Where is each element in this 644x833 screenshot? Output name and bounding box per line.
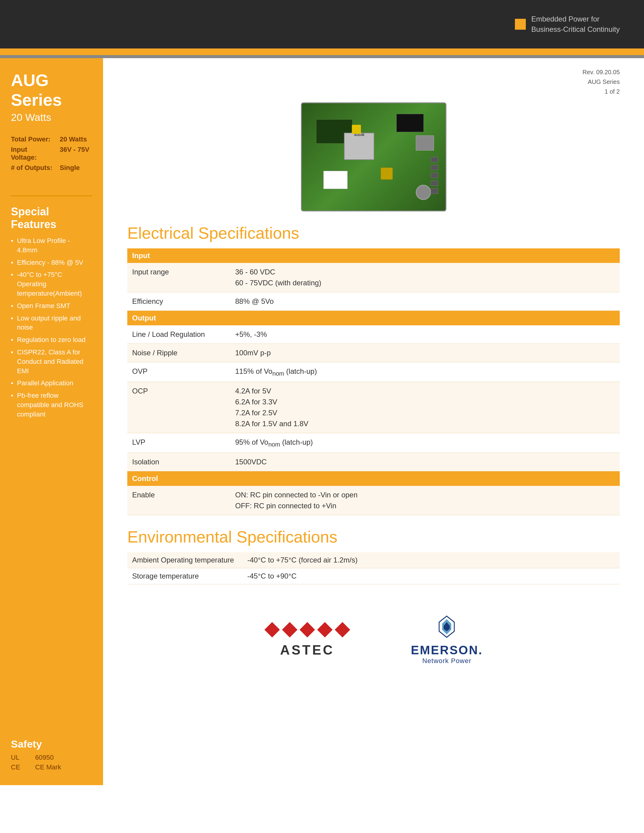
storage-temp-value: -45°C to +90°C: [242, 568, 620, 584]
astec-logo: ASTEC: [264, 622, 350, 658]
environmental-specs-table: Ambient Operating temperature -40°C to +…: [127, 552, 620, 584]
product-image-area: AUG48: [127, 102, 620, 211]
feature-2: -40°C to +75°C Operating temperature(Amb…: [11, 270, 92, 298]
ovp-row: OVP 115% of Vonom (latch-up): [127, 362, 620, 382]
efficiency-row: Efficiency 88% @ 5Vo: [127, 292, 620, 311]
control-header-row: Control: [127, 471, 620, 486]
ambient-temp-row: Ambient Operating temperature -40°C to +…: [127, 552, 620, 568]
safety-value-ul: 60950: [35, 754, 54, 762]
safety-label-ul: UL: [11, 754, 26, 762]
isolation-row: Isolation 1500VDC: [127, 453, 620, 471]
gray-stripe: [0, 55, 644, 58]
main-chip: AUG48: [344, 133, 374, 160]
enable-label: Enable: [127, 486, 230, 515]
footer-logos: ASTEC EMERSON. Network Power: [127, 603, 620, 665]
spec-value-voltage: 36V - 75V: [60, 146, 89, 161]
sidebar: AUG Series 20 Watts Total Power: 20 Watt…: [0, 58, 103, 785]
header-tagline-text: Embedded Power for Business-Critical Con…: [531, 14, 620, 34]
header-orange-accent: [515, 19, 526, 30]
spec-label-power: Total Power:: [11, 135, 55, 143]
electrical-specs-table: Input Input range 36 - 60 VDC60 - 75VDC …: [127, 248, 620, 515]
noise-ripple-value: 100mV p-p: [230, 344, 620, 362]
spec-label-outputs: # of Outputs:: [11, 164, 55, 172]
line-load-label: Line / Load Regulation: [127, 325, 230, 344]
ocp-value: 4.2A for 5V 6.2A for 3.3V 7.2A for 2.5V …: [230, 382, 620, 433]
header-tagline: Embedded Power for Business-Critical Con…: [515, 14, 620, 34]
header: Embedded Power for Business-Critical Con…: [0, 0, 644, 48]
isolation-value: 1500VDC: [230, 453, 620, 471]
content-area: Rev. 09.20.05 AUG Series 1 of 2 AUG48: [103, 58, 644, 785]
astec-diamonds: [264, 622, 350, 638]
sidebar-safety: Safety UL 60950 CE CE Mark: [11, 726, 92, 773]
feature-0: Ultra Low Profile - 4.8mm: [11, 236, 92, 255]
output-header-cell: Output: [127, 311, 620, 326]
spec-label-voltage: Input Voltage:: [11, 146, 55, 161]
input-header-cell: Input: [127, 248, 620, 263]
spec-row-power: Total Power: 20 Watts: [11, 135, 92, 143]
spec-value-outputs: Single: [60, 164, 80, 172]
emerson-icon: [431, 614, 462, 641]
product-image: AUG48: [301, 102, 446, 211]
series-title: AUG Series: [11, 70, 92, 109]
enable-value: ON: RC pin connected to -Vin or open OFF…: [230, 486, 620, 515]
sidebar-specs: Total Power: 20 Watts Input Voltage: 36V…: [11, 135, 92, 174]
emerson-logo: EMERSON. Network Power: [411, 614, 483, 665]
spec-row-voltage: Input Voltage: 36V - 75V: [11, 146, 92, 161]
features-title: Special Features: [11, 205, 92, 231]
astec-brand-text: ASTEC: [280, 642, 334, 658]
electrical-specs-title: Electrical Specifications: [127, 224, 620, 242]
emerson-sub-text: Network Power: [422, 657, 471, 665]
control-header-cell: Control: [127, 471, 620, 486]
tagline-line2: Business-Critical Continuity: [531, 24, 620, 35]
feature-8: Pb-free reflow compatible and ROHS compl…: [11, 391, 92, 419]
storage-temp-row: Storage temperature -45°C to +90°C: [127, 568, 620, 584]
environmental-specs-title: Environmental Specifications: [127, 527, 620, 546]
ovp-value: 115% of Vonom (latch-up): [230, 362, 620, 382]
feature-3: Open Frame SMT: [11, 301, 92, 311]
lvp-label: LVP: [127, 433, 230, 453]
rev-line2: AUG Series: [127, 77, 620, 87]
efficiency-label: Efficiency: [127, 292, 230, 311]
lvp-value: 95% of Vonom (latch-up): [230, 433, 620, 453]
spec-row-outputs: # of Outputs: Single: [11, 164, 92, 172]
feature-4: Low output ripple and noise: [11, 314, 92, 333]
input-range-label: Input range: [127, 263, 230, 292]
input-range-row: Input range 36 - 60 VDC60 - 75VDC (with …: [127, 263, 620, 292]
safety-row-ce: CE CE Mark: [11, 763, 92, 771]
feature-1: Efficiency - 88% @ 5V: [11, 258, 92, 267]
ambient-temp-value: -40°C to +75°C (forced air 1.2m/s): [242, 552, 620, 568]
white-component: [324, 171, 348, 189]
noise-ripple-label: Noise / Ripple: [127, 344, 230, 362]
ocp-row: OCP 4.2A for 5V 6.2A for 3.3V 7.2A for 2…: [127, 382, 620, 433]
isolation-label: Isolation: [127, 453, 230, 471]
safety-row-ul: UL 60950: [11, 754, 92, 762]
output-header-row: Output: [127, 311, 620, 326]
ambient-temp-label: Ambient Operating temperature: [127, 552, 242, 568]
rev-line1: Rev. 09.20.05: [127, 67, 620, 77]
line-load-row: Line / Load Regulation +5%, -3%: [127, 325, 620, 344]
safety-title: Safety: [11, 738, 92, 750]
rev-info: Rev. 09.20.05 AUG Series 1 of 2: [127, 58, 620, 96]
main-container: AUG Series 20 Watts Total Power: 20 Watt…: [0, 58, 644, 785]
efficiency-value: 88% @ 5Vo: [230, 292, 620, 311]
orange-stripe: [0, 48, 644, 55]
tagline-line1: Embedded Power for: [531, 14, 620, 24]
safety-label-ce: CE: [11, 763, 26, 771]
line-load-value: +5%, -3%: [230, 325, 620, 344]
lvp-row: LVP 95% of Vonom (latch-up): [127, 433, 620, 453]
feature-5: Regulation to zero load: [11, 335, 92, 345]
safety-value-ce: CE Mark: [35, 763, 61, 771]
ocp-label: OCP: [127, 382, 230, 433]
feature-7: Parallel Application: [11, 379, 92, 388]
storage-temp-label: Storage temperature: [127, 568, 242, 584]
rev-line3: 1 of 2: [127, 87, 620, 96]
input-range-value: 36 - 60 VDC60 - 75VDC (with derating): [230, 263, 620, 292]
feature-6: CISPR22, Class A for Conduct and Radiate…: [11, 348, 92, 376]
emerson-brand-text: EMERSON.: [411, 643, 483, 657]
enable-row: Enable ON: RC pin connected to -Vin or o…: [127, 486, 620, 515]
ovp-label: OVP: [127, 362, 230, 382]
input-header-row: Input: [127, 248, 620, 263]
spec-value-power: 20 Watts: [60, 135, 87, 143]
features-list: Ultra Low Profile - 4.8mm Efficiency - 8…: [11, 236, 92, 422]
noise-ripple-row: Noise / Ripple 100mV p-p: [127, 344, 620, 362]
